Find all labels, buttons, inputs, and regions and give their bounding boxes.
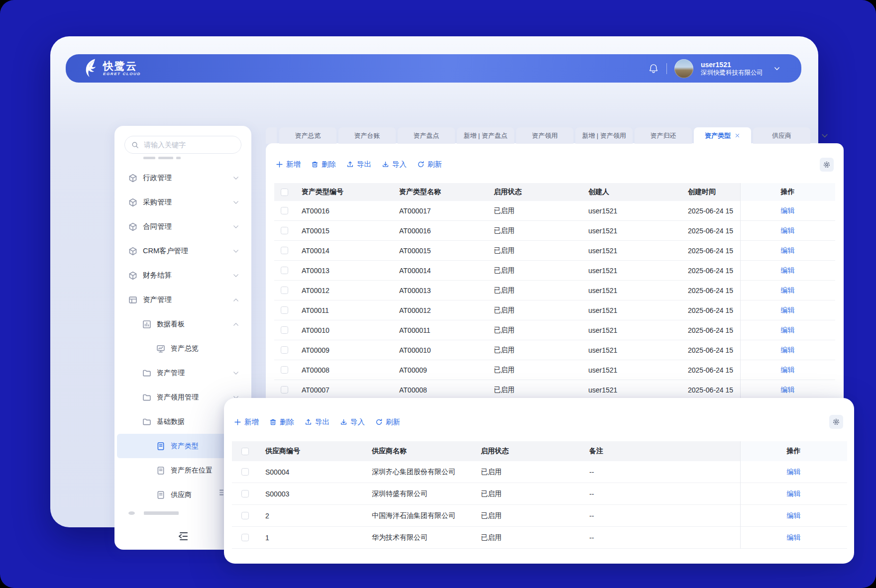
row-checkbox[interactable] [281,306,288,314]
user-name: user1521 [701,61,763,69]
tab-2[interactable]: 资产台账 [338,127,396,144]
table-row: AT00008AT00009已启用user15212025-06-24 15编辑 [274,360,835,380]
gear-icon[interactable] [820,158,834,172]
cell-status: 已启用 [486,306,581,315]
import-icon [340,418,347,426]
cell-remark: -- [582,468,740,476]
grid-icon [128,295,137,304]
toolbar-button-3[interactable]: 导出 [303,416,331,428]
cell-remark: -- [582,534,740,542]
table-row: AT00010AT000011已启用user15212025-06-24 15编… [274,320,835,340]
search-input[interactable] [143,140,234,149]
row-checkbox[interactable] [281,366,288,374]
row-checkbox[interactable] [281,247,288,254]
tab-1[interactable]: 资产总览 [279,127,336,144]
sidebar-item-label: 资产总览 [171,344,199,353]
sidebar-item-5[interactable]: 财务结算 [114,263,251,288]
sidebar-item-8[interactable]: 资产总览 [114,336,251,361]
toolbar-button-2[interactable]: 删除 [267,416,296,428]
bell-icon[interactable] [648,63,659,74]
tab-4[interactable]: 新增 | 资产盘点 [457,127,514,144]
sidebar-item-9[interactable]: 资产管理 [114,361,251,385]
toolbar-button-5[interactable]: 刷新 [415,159,444,170]
row-checkbox[interactable] [281,267,288,274]
edit-link[interactable]: 编辑 [781,346,795,355]
table-row: AT00015AT000016已启用user15212025-06-24 15编… [274,221,835,241]
row-checkbox[interactable] [241,512,249,519]
row-checkbox[interactable] [281,346,288,354]
cell-name: 中国海洋石油集团有限公司 [364,511,473,520]
toolbar-button-4[interactable]: 导入 [338,416,367,428]
toolbar-button-2[interactable]: 删除 [309,159,338,170]
row-checkbox[interactable] [281,386,288,393]
tab-9[interactable]: 供应商 [753,127,810,144]
toolbar-button-5[interactable]: 刷新 [373,416,402,428]
tab-7[interactable]: 资产归还 [635,127,692,144]
cube-icon [128,174,137,183]
tab-8[interactable]: 资产类型 [694,127,751,144]
close-icon[interactable] [735,133,740,138]
chevron-down-icon [232,223,239,230]
edit-link[interactable]: 编辑 [781,326,795,335]
toolbar-button-4[interactable]: 导入 [380,159,409,170]
row-checkbox[interactable] [281,287,288,294]
cell-created: 2025-06-24 15 [680,366,740,374]
cell-status: 已启用 [486,266,581,275]
edit-link[interactable]: 编辑 [787,533,801,542]
row-checkbox[interactable] [241,468,249,476]
edit-link[interactable]: 编辑 [787,490,801,498]
cell-code: AT00014 [294,247,392,255]
sidebar-item-2[interactable]: 采购管理 [114,190,251,214]
chevron-down-icon[interactable] [773,65,780,72]
toolbar-button-3[interactable]: 导出 [344,159,373,170]
row-checkbox[interactable] [241,534,249,541]
sidebar-item-label: 行政管理 [143,173,172,183]
select-all-checkbox[interactable] [281,189,288,196]
plus-icon [276,161,283,168]
edit-link[interactable]: 编辑 [781,386,795,394]
gear-icon[interactable] [829,415,843,429]
edit-link[interactable]: 编辑 [781,206,795,215]
toolbar-button-label: 删除 [280,417,294,427]
collapse-icon[interactable] [177,530,190,543]
sidebar-item-3[interactable]: 合同管理 [114,214,251,239]
tab-3[interactable]: 资产盘点 [398,127,455,144]
tab-6[interactable]: 新增 | 资产领用 [575,127,633,144]
edit-link[interactable]: 编辑 [781,226,795,235]
toolbar-button-1[interactable]: 新增 [232,416,261,428]
sidebar-item-6[interactable]: 资产管理 [114,288,251,312]
sidebar-item-7[interactable]: 数据看板 [114,312,251,336]
sidebar-item-4[interactable]: CRM客户管理 [114,239,251,263]
cell-creator: user1521 [581,287,680,294]
tab-5[interactable]: 资产领用 [516,127,573,144]
toolbar-button-label: 新增 [244,417,259,427]
chevron-down-icon[interactable] [821,132,829,140]
table-row: AT00011AT000012已启用user15212025-06-24 15编… [274,300,835,320]
sidebar-item-1[interactable]: 行政管理 [114,166,251,190]
edit-link[interactable]: 编辑 [781,306,795,315]
row-checkbox[interactable] [281,227,288,234]
edit-link[interactable]: 编辑 [781,286,795,295]
avatar[interactable] [674,59,693,78]
row-checkbox[interactable] [281,207,288,214]
column-header: 操作 [740,441,847,461]
toolbar-button-label: 刷新 [428,160,442,169]
edit-link[interactable]: 编辑 [787,468,801,477]
row-checkbox[interactable] [241,490,249,497]
user-info[interactable]: user1521 深圳快鹭科技有限公司 [701,61,763,77]
supplier-panel: 新增删除导出导入刷新 供应商编号供应商名称启用状态备注操作S00004深圳齐心集… [224,398,854,564]
folder-icon [142,369,151,378]
cell-code: AT00013 [294,267,392,275]
export-icon [346,161,354,168]
select-all-checkbox[interactable] [241,448,249,455]
doc-icon [156,466,165,475]
cell-created: 2025-06-24 15 [680,207,740,215]
row-checkbox[interactable] [281,326,288,334]
edit-link[interactable]: 编辑 [781,366,795,375]
toolbar-button-1[interactable]: 新增 [274,159,303,170]
edit-link[interactable]: 编辑 [781,266,795,275]
edit-link[interactable]: 编辑 [781,246,795,255]
cell-remark: -- [582,512,740,520]
edit-link[interactable]: 编辑 [787,511,801,520]
column-header: 资产类型名称 [392,183,486,201]
